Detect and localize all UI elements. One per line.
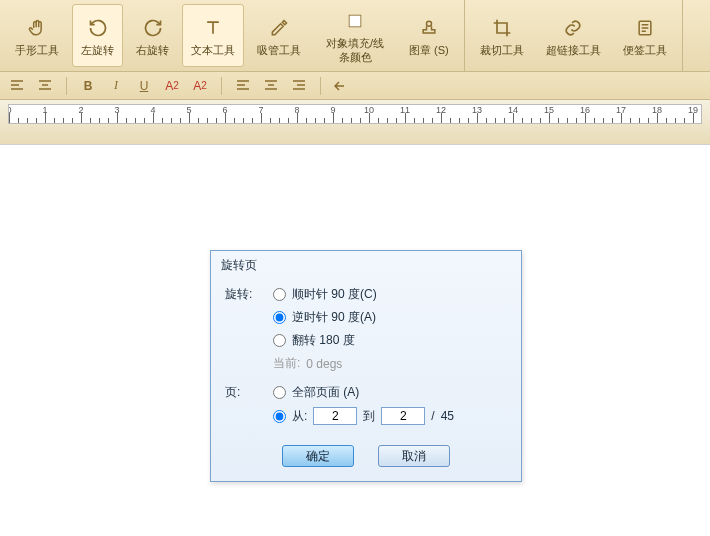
ruler-number: 12	[436, 105, 446, 115]
tool-label: 吸管工具	[257, 44, 301, 57]
ruler-number: 1	[42, 105, 47, 115]
ribbon-group: 裁切工具超链接工具便签工具	[465, 0, 683, 71]
tool-label: 裁切工具	[480, 44, 524, 57]
fill-color-icon	[343, 9, 367, 33]
ok-button[interactable]: 确定	[282, 445, 354, 467]
rotate-label: 旋转:	[225, 286, 273, 372]
ruler-number: 10	[364, 105, 374, 115]
radio-flip-180-input[interactable]	[273, 334, 286, 347]
tool-rotate-cw[interactable]: 右旋转	[127, 4, 178, 67]
align-center-icon[interactable]	[34, 75, 56, 97]
undo-icon[interactable]	[331, 75, 353, 97]
link-icon	[561, 16, 585, 40]
radio-ccw-90[interactable]: 逆时针 90 度(A)	[273, 309, 507, 326]
ruler-number: 17	[616, 105, 626, 115]
radio-page-range: 从: 到 / 45	[273, 407, 507, 425]
radio-cw-90[interactable]: 顺时针 90 度(C)	[273, 286, 507, 303]
tool-text[interactable]: 文本工具	[182, 4, 244, 67]
current-degrees: 当前: 0 degs	[273, 355, 507, 372]
total-pages: 45	[441, 409, 454, 423]
ruler-number: 0	[8, 105, 12, 115]
tool-note[interactable]: 便签工具	[614, 4, 676, 67]
page-label: 页:	[225, 384, 273, 425]
align-center2-icon[interactable]	[260, 75, 282, 97]
align-left-icon[interactable]	[6, 75, 28, 97]
svg-rect-0	[349, 15, 361, 27]
tool-label: 图章 (S)	[409, 44, 449, 57]
tool-label: 对象填充/线条颜色	[323, 37, 387, 63]
page-options: 全部页面 (A) 从: 到 / 45	[273, 384, 507, 425]
svg-point-1	[426, 21, 431, 26]
ruler-number: 15	[544, 105, 554, 115]
ruler-number: 3	[114, 105, 119, 115]
ruler-number: 8	[294, 105, 299, 115]
current-value: 0 degs	[306, 357, 342, 371]
tool-label: 超链接工具	[546, 44, 601, 57]
superscript-button[interactable]: A2	[161, 75, 183, 97]
ruler-number: 19	[688, 105, 698, 115]
text-icon	[201, 16, 225, 40]
rotate-section: 旋转: 顺时针 90 度(C) 逆时针 90 度(A) 翻转 180 度 当前:…	[225, 286, 507, 372]
ruler-number: 18	[652, 105, 662, 115]
ruler-number: 11	[400, 105, 410, 115]
tool-rotate-ccw[interactable]: 左旋转	[72, 4, 123, 67]
radio-all-pages-input[interactable]	[273, 386, 286, 399]
radio-cw-90-input[interactable]	[273, 288, 286, 301]
format-toolbar: B I U A2 A2	[0, 72, 710, 100]
radio-flip-180[interactable]: 翻转 180 度	[273, 332, 507, 349]
ruler-number: 16	[580, 105, 590, 115]
ruler-number: 7	[258, 105, 263, 115]
italic-button[interactable]: I	[105, 75, 127, 97]
ruler-number: 5	[186, 105, 191, 115]
tool-stamp[interactable]: 图章 (S)	[400, 4, 458, 67]
radio-label: 翻转 180 度	[292, 332, 355, 349]
ruler-number: 4	[150, 105, 155, 115]
bold-button[interactable]: B	[77, 75, 99, 97]
align-right-icon[interactable]	[288, 75, 310, 97]
ruler-number: 14	[508, 105, 518, 115]
separator	[320, 77, 321, 95]
stamp-icon	[417, 16, 441, 40]
tool-hand[interactable]: 手形工具	[6, 4, 68, 67]
separator	[66, 77, 67, 95]
rotate-ccw-icon	[86, 16, 110, 40]
ribbon-toolbar: 手形工具左旋转右旋转文本工具吸管工具对象填充/线条颜色图章 (S) 裁切工具超链…	[0, 0, 710, 72]
current-label: 当前:	[273, 355, 300, 372]
tool-link[interactable]: 超链接工具	[537, 4, 610, 67]
tool-label: 手形工具	[15, 44, 59, 57]
underline-button[interactable]: U	[133, 75, 155, 97]
dialog-title: 旋转页	[211, 251, 521, 280]
ruler-number: 2	[78, 105, 83, 115]
radio-label: 逆时针 90 度(A)	[292, 309, 376, 326]
subscript-button[interactable]: A2	[189, 75, 211, 97]
page-section: 页: 全部页面 (A) 从: 到 / 45	[225, 384, 507, 425]
horizontal-ruler: 01234567891011121314151617181920	[8, 104, 702, 124]
from-label: 从:	[292, 408, 307, 425]
note-icon	[633, 16, 657, 40]
align-left2-icon[interactable]	[232, 75, 254, 97]
tool-fill-color[interactable]: 对象填充/线条颜色	[314, 4, 396, 67]
rotate-page-dialog: 旋转页 旋转: 顺时针 90 度(C) 逆时针 90 度(A) 翻转 180 度…	[210, 250, 522, 482]
tool-label: 便签工具	[623, 44, 667, 57]
crop-icon	[490, 16, 514, 40]
radio-from-input[interactable]	[273, 410, 286, 423]
cancel-button[interactable]: 取消	[378, 445, 450, 467]
rotate-options: 顺时针 90 度(C) 逆时针 90 度(A) 翻转 180 度 当前: 0 d…	[273, 286, 507, 372]
tool-eyedropper[interactable]: 吸管工具	[248, 4, 310, 67]
radio-label: 全部页面 (A)	[292, 384, 359, 401]
ruler-number: 13	[472, 105, 482, 115]
ribbon-group: 手形工具左旋转右旋转文本工具吸管工具对象填充/线条颜色图章 (S)	[0, 0, 465, 71]
eyedropper-icon	[267, 16, 291, 40]
to-page-input[interactable]	[381, 407, 425, 425]
tool-label: 文本工具	[191, 44, 235, 57]
radio-all-pages[interactable]: 全部页面 (A)	[273, 384, 507, 401]
dialog-buttons: 确定 取消	[225, 437, 507, 467]
tool-crop[interactable]: 裁切工具	[471, 4, 533, 67]
rotate-cw-icon	[141, 16, 165, 40]
from-page-input[interactable]	[313, 407, 357, 425]
radio-ccw-90-input[interactable]	[273, 311, 286, 324]
dialog-body: 旋转: 顺时针 90 度(C) 逆时针 90 度(A) 翻转 180 度 当前:…	[211, 280, 521, 481]
hand-icon	[25, 16, 49, 40]
tool-label: 左旋转	[81, 44, 114, 57]
tool-label: 右旋转	[136, 44, 169, 57]
